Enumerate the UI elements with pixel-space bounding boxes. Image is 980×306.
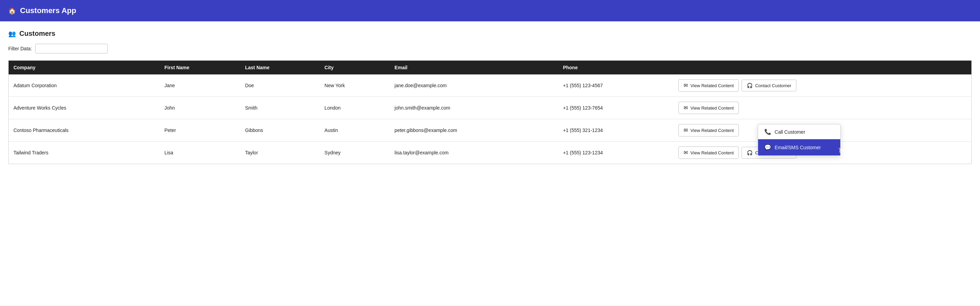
filter-label: Filter Data: — [8, 46, 32, 51]
action-cell: ✉ View Related Content 🎧 Contact Custome… — [678, 79, 967, 92]
cell-city: London — [320, 97, 390, 119]
cell-firstname: Jane — [159, 75, 240, 97]
app-header: Customers App — [0, 0, 980, 21]
col-email: Email — [390, 61, 558, 75]
cell-company: Adventure Works Cycles — [9, 97, 160, 119]
filter-row: Filter Data: — [8, 44, 972, 54]
chat-icon: 💬 — [764, 144, 771, 151]
cell-email: peter.gibbons@example.com — [390, 119, 558, 142]
cell-lastname: Doe — [240, 75, 320, 97]
col-city: City — [320, 61, 390, 75]
view-related-label: View Related Content — [690, 128, 734, 133]
action-cell: ✉ View Related Content — [678, 101, 967, 114]
view-related-label: View Related Content — [690, 83, 734, 88]
contact-customer-button[interactable]: 🎧 Contact Customer — [741, 79, 796, 91]
table-row: Adatum Corporation Jane Doe New York jan… — [9, 75, 972, 97]
headset-icon: 🎧 — [747, 83, 752, 88]
cell-city: New York — [320, 75, 390, 97]
contact-customer-label: Contact Customer — [755, 83, 791, 88]
table-row: Contoso Pharmaceuticals Peter Gibbons Au… — [9, 119, 972, 142]
cell-email: jane.doe@example.com — [390, 75, 558, 97]
view-related-button[interactable]: ✉ View Related Content — [678, 146, 739, 159]
cell-actions: ✉ View Related Content 🎧 Contact Custome… — [674, 75, 972, 97]
cell-company: Contoso Pharmaceuticals — [9, 119, 160, 142]
col-company: Company — [9, 61, 160, 75]
customers-table: Company First Name Last Name City Email … — [8, 60, 972, 164]
envelope-icon: ✉ — [684, 105, 688, 111]
cell-company: Adatum Corporation — [9, 75, 160, 97]
table-header-row: Company First Name Last Name City Email … — [9, 61, 972, 75]
headset-icon: 🎧 — [747, 150, 752, 155]
col-firstname: First Name — [159, 61, 240, 75]
col-lastname: Last Name — [240, 61, 320, 75]
cell-city: Austin — [320, 119, 390, 142]
filter-input[interactable] — [35, 44, 108, 54]
cell-actions: ✉ View Related Content — [674, 97, 972, 119]
cell-lastname: Gibbons — [240, 119, 320, 142]
cell-company: Tailwind Traders — [9, 142, 160, 164]
col-actions — [674, 61, 972, 75]
cell-firstname: Peter — [159, 119, 240, 142]
cell-actions: ✉ View Related Content 📞 Call Customer 💬… — [674, 119, 972, 142]
email-sms-customer-item[interactable]: 💬 Email/SMS Customer 🖱 — [758, 139, 840, 155]
cell-phone: +1 (555) 321-1234 — [558, 119, 673, 142]
app-title: Customers App — [20, 6, 76, 15]
cell-lastname: Taylor — [240, 142, 320, 164]
envelope-icon: ✉ — [684, 127, 688, 133]
action-cell: ✉ View Related Content 📞 Call Customer 💬… — [678, 124, 967, 136]
envelope-icon: ✉ — [684, 149, 688, 156]
col-phone: Phone — [558, 61, 673, 75]
page-title: Customers — [19, 30, 55, 38]
phone-icon: 📞 — [764, 128, 771, 135]
view-related-button[interactable]: ✉ View Related Content — [678, 101, 739, 114]
call-customer-item[interactable]: 📞 Call Customer — [758, 124, 840, 139]
people-icon — [8, 30, 16, 38]
cell-firstname: Lisa — [159, 142, 240, 164]
cell-phone: +1 (555) 123-7654 — [558, 97, 673, 119]
view-related-button[interactable]: ✉ View Related Content — [678, 124, 739, 136]
cell-email: lisa.taylor@example.com — [390, 142, 558, 164]
cell-firstname: John — [159, 97, 240, 119]
cell-phone: +1 (555) 123-4567 — [558, 75, 673, 97]
view-related-label: View Related Content — [690, 105, 734, 111]
cell-lastname: Smith — [240, 97, 320, 119]
cell-phone: +1 (555) 123-1234 — [558, 142, 673, 164]
contact-dropdown: 📞 Call Customer 💬 Email/SMS Customer 🖱 — [758, 124, 841, 156]
page-heading: Customers — [8, 30, 972, 38]
cell-city: Sydney — [320, 142, 390, 164]
envelope-icon: ✉ — [684, 82, 688, 89]
cell-email: john.smith@example.com — [390, 97, 558, 119]
table-row: Adventure Works Cycles John Smith London… — [9, 97, 972, 119]
call-customer-label: Call Customer — [775, 129, 805, 135]
email-sms-label: Email/SMS Customer — [775, 145, 821, 150]
view-related-button[interactable]: ✉ View Related Content — [678, 79, 739, 92]
view-related-label: View Related Content — [690, 150, 734, 155]
page-content: Customers Filter Data: Company First Nam… — [0, 21, 980, 305]
home-icon — [8, 6, 16, 15]
